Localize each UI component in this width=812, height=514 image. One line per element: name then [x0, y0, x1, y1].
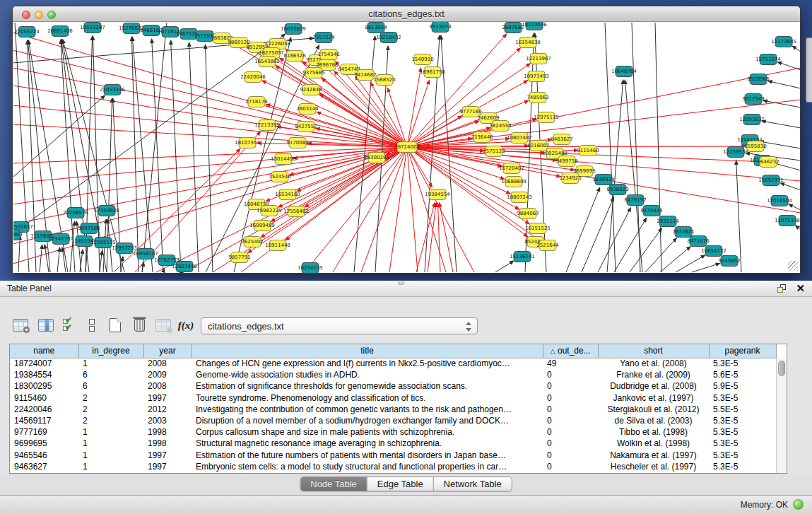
- graph-node[interactable]: 2521644: [536, 240, 559, 251]
- graph-node[interactable]: 2687682: [502, 23, 524, 33]
- combobox-stepper-icon[interactable]: [464, 321, 471, 332]
- table-cell[interactable]: 5.3E-5: [709, 438, 776, 449]
- table-cell[interactable]: Tourette syndrome. Phenomenology and cla…: [192, 392, 543, 404]
- table-selector-combobox[interactable]: citations_edges.txt: [201, 317, 478, 334]
- graph-node[interactable]: 9242848: [300, 85, 322, 95]
- table-cell[interactable]: 2009: [143, 369, 192, 380]
- table-row[interactable]: 1938455462009Genome-wide association stu…: [10, 369, 776, 380]
- graph-node[interactable]: 7485063: [526, 93, 548, 103]
- graph-node[interactable]: 16534160: [275, 189, 300, 200]
- graph-node[interactable]: 16154838: [515, 37, 541, 48]
- close-panel-icon[interactable]: ✕: [796, 282, 805, 295]
- table-cell[interactable]: 0: [543, 369, 598, 380]
- table-settings-button[interactable]: [10, 315, 31, 335]
- table-cell[interactable]: 19384554: [10, 369, 78, 380]
- graph-node[interactable]: 9857791: [228, 252, 250, 263]
- tab-network-table[interactable]: Network Table: [433, 477, 512, 491]
- graph-node[interactable]: 9529966: [747, 74, 770, 85]
- graph-node[interactable]: 8938923: [606, 185, 628, 195]
- graph-node[interactable]: 7632621: [672, 227, 694, 238]
- table-cell[interactable]: 1998: [143, 426, 192, 438]
- graph-node[interactable]: 1640934: [592, 175, 615, 185]
- graph-node[interactable]: 2718176: [245, 97, 268, 107]
- table-cell[interactable]: Estimation of the future numbers of pati…: [192, 450, 543, 461]
- table-cell[interactable]: 0: [543, 426, 598, 438]
- graph-node[interactable]: 16099489: [249, 221, 275, 231]
- table-cell[interactable]: 9115460: [10, 392, 78, 404]
- graph-node[interactable]: 16911448: [265, 240, 290, 251]
- table-cell[interactable]: 6: [78, 380, 143, 392]
- graph-node[interactable]: 9227349: [742, 94, 764, 105]
- table-cell[interactable]: 2008: [143, 380, 192, 392]
- table-cell[interactable]: Disruption of a novel member of a sodium…: [192, 415, 543, 426]
- table-cell[interactable]: 6: [78, 369, 143, 380]
- table-cell[interactable]: Dudbridge et al. (2008): [598, 380, 709, 392]
- graph-node[interactable]: 15692971: [758, 175, 784, 186]
- table-cell[interactable]: 5.3E-5: [709, 426, 776, 438]
- graph-node[interactable]: 20691406: [47, 26, 73, 37]
- table-cell[interactable]: Corpus callosum shape and size in male p…: [192, 426, 543, 438]
- scrollbar-thumb[interactable]: [778, 361, 785, 376]
- table-cell[interactable]: 5.3E-5: [709, 450, 776, 461]
- table-cell[interactable]: Tibbo et al. (1998): [598, 426, 709, 438]
- table-cell[interactable]: 5.9E-5: [709, 380, 776, 392]
- window-titlebar[interactable]: citations_edges.txt: [13, 6, 800, 22]
- table-cell[interactable]: 0: [543, 392, 598, 404]
- graph-node[interactable]: 16151525: [525, 223, 551, 234]
- table-cell[interactable]: 5.6E-5: [709, 369, 776, 380]
- table-cell[interactable]: 2008: [143, 358, 192, 369]
- table-row[interactable]: 1830029562008Estimation of significance …: [10, 380, 776, 392]
- table-cell[interactable]: 5.3E-5: [709, 415, 776, 426]
- table-cell[interactable]: 22420046: [10, 404, 78, 415]
- table-cell[interactable]: Franke et al. (2009): [598, 369, 709, 380]
- graph-node[interactable]: 8186328: [283, 51, 305, 62]
- float-panel-icon[interactable]: [777, 284, 787, 293]
- table-cell[interactable]: 9465546: [10, 450, 78, 461]
- table-cell[interactable]: Changes of HCN gene expression and I(f) …: [192, 358, 543, 369]
- table-cell[interactable]: 0: [543, 415, 598, 426]
- graph-node[interactable]: 8216007: [527, 141, 549, 151]
- table-cell[interactable]: 49: [543, 358, 598, 369]
- graph-node[interactable]: 12213967: [526, 54, 551, 64]
- table-cell[interactable]: 9777169: [10, 426, 78, 438]
- table-cell[interactable]: 2003: [143, 415, 192, 426]
- graph-node[interactable]: 19384554: [425, 189, 450, 200]
- table-row[interactable]: 946554611997Estimation of the future num…: [10, 450, 776, 461]
- table-row[interactable]: 1456911722003Disruption of a novel membe…: [10, 415, 776, 426]
- column-header-title[interactable]: title: [192, 344, 543, 358]
- column-header-pagerank[interactable]: pagerank: [709, 344, 776, 358]
- table-cell[interactable]: Jankovic et al. (1997): [598, 392, 709, 404]
- graph-node[interactable]: 1234923: [559, 173, 581, 184]
- table-cell[interactable]: 5.5E-5: [709, 404, 776, 415]
- row-height-button[interactable]: [81, 315, 102, 335]
- graph-node[interactable]: 9884067: [517, 209, 539, 219]
- table-cell[interactable]: 2: [78, 415, 143, 426]
- column-header-short[interactable]: short: [598, 344, 709, 358]
- table-cell[interactable]: 0: [543, 404, 598, 415]
- graph-node[interactable]: 15136141: [510, 252, 535, 262]
- graph-node[interactable]: 8471676: [687, 236, 710, 247]
- graph-node[interactable]: 9463627: [551, 134, 572, 145]
- delete-column-button[interactable]: [129, 315, 150, 335]
- graph-node[interactable]: 18107554: [235, 138, 260, 148]
- table-row[interactable]: 1872400712008Changes of HCN gene express…: [10, 358, 776, 369]
- table-cell[interactable]: Stergiakouli et al. (2012): [598, 404, 709, 415]
- table-cell[interactable]: Hescheler et al. (1997): [598, 461, 709, 472]
- graph-node[interactable]: 13014498: [271, 154, 296, 165]
- table-cell[interactable]: 1997: [143, 461, 192, 472]
- table-cell[interactable]: 1: [78, 358, 143, 369]
- graph-node[interactable]: 1588520: [373, 75, 395, 86]
- graph-node[interactable]: 7357224: [312, 33, 335, 43]
- function-builder-button[interactable]: f(x): [175, 315, 196, 335]
- graph-node[interactable]: 10654112: [701, 246, 726, 257]
- graph-node[interactable]: 19218432: [376, 33, 401, 43]
- graph-node[interactable]: 9245652: [718, 256, 740, 267]
- table-cell[interactable]: 5.3E-5: [709, 461, 776, 472]
- graph-node[interactable]: 3824554: [489, 121, 512, 132]
- graph-node[interactable]: 16720407: [499, 163, 524, 174]
- table-cell[interactable]: Embryonic stem cells: a model to study s…: [192, 461, 543, 472]
- table-cell[interactable]: 1998: [143, 438, 192, 449]
- network-canvas[interactable]: 2205572420691406165532871527802284661601…: [13, 22, 800, 273]
- table-row[interactable]: 911546021997Tourette syndrome. Phenomeno…: [10, 392, 776, 404]
- table-cell[interactable]: 1: [78, 426, 143, 438]
